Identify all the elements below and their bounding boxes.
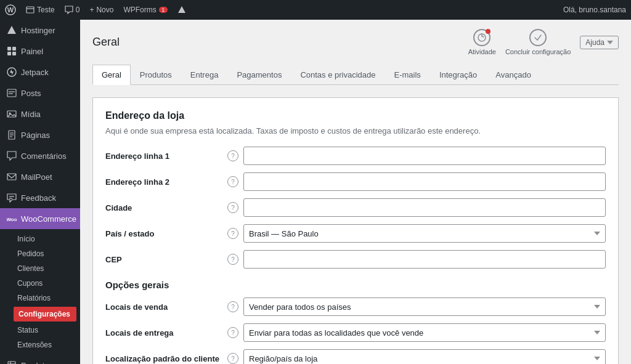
field-hint-cep[interactable]: ?: [227, 254, 238, 265]
settings-tabs: Geral Produtos Entrega Pagamentos Contas…: [92, 65, 619, 85]
svg-rect-8: [7, 52, 11, 55]
field-row-endereco1: Endereço linha 1 ?: [105, 147, 606, 165]
site-name[interactable]: Teste: [21, 0, 60, 20]
tab-contas-privacidade[interactable]: Contas e privacidade: [291, 65, 385, 85]
field-hint-endereco2[interactable]: ?: [227, 176, 238, 187]
field-hint-locais-entrega[interactable]: ?: [227, 327, 238, 338]
media-icon: [6, 108, 17, 119]
svg-marker-34: [607, 41, 613, 44]
concluir-config-icon: [529, 29, 547, 46]
main-wrapper: Geral Atividade Concluir configuração Aj…: [80, 20, 631, 364]
comments-icon: [6, 150, 17, 161]
field-label-cep: CEP: [105, 255, 222, 264]
svg-rect-13: [7, 89, 16, 97]
field-label-cidade: Cidade: [105, 203, 222, 212]
field-input-endereco2[interactable]: [243, 172, 606, 191]
sidebar-sub-status[interactable]: Status: [0, 323, 80, 338]
jetpack-icon: [6, 67, 17, 78]
sidebar-item-mailpoet[interactable]: MailPoet: [0, 166, 80, 187]
field-label-endereco2: Endereço linha 2: [105, 177, 222, 187]
field-row-cidade: Cidade ?: [105, 198, 606, 217]
svg-rect-7: [12, 47, 16, 51]
field-row-cep: CEP ?: [105, 250, 606, 269]
mailpoet-icon: [6, 171, 17, 182]
tab-avancado[interactable]: Avançado: [486, 65, 540, 85]
field-select-pais[interactable]: Brasil — São Paulo: [243, 224, 606, 243]
tab-produtos[interactable]: Produtos: [131, 65, 181, 85]
svg-marker-4: [178, 6, 185, 13]
tab-emails[interactable]: E-mails: [385, 65, 430, 85]
field-select-locais-entrega[interactable]: Enviar para todas as localidades que voc…: [243, 323, 606, 342]
field-hint-endereco1[interactable]: ?: [227, 150, 238, 161]
sidebar-item-hostinger[interactable]: Hostinger: [0, 20, 80, 41]
wp-logo[interactable]: W: [0, 4, 21, 15]
wpforms-menu[interactable]: WPForms 1: [118, 0, 172, 20]
new-content[interactable]: + Novo: [84, 0, 118, 20]
sidebar: Hostinger Painel Jetpack Posts Mídia Pág…: [0, 20, 80, 364]
field-label-locais-entrega: Locais de entrega: [105, 328, 222, 338]
wpforms-badge: 1: [159, 7, 168, 13]
main-content: Geral Atividade Concluir configuração Aj…: [80, 20, 631, 364]
field-label-endereco1: Endereço linha 1: [105, 152, 222, 161]
ajuda-button[interactable]: Ajuda: [580, 36, 619, 49]
comments[interactable]: 0: [60, 0, 85, 20]
sidebar-sub-cupons[interactable]: Cupons: [0, 276, 80, 291]
topbar-actions: Atividade Concluir configuração Ajuda: [468, 29, 619, 55]
field-input-cidade[interactable]: [243, 198, 606, 217]
sidebar-sub-relatorios[interactable]: Relatórios: [0, 291, 80, 305]
settings-panel: Endereço da loja Aqui é onde sua empresa…: [92, 97, 619, 364]
field-label-localizacao-padrao: Localização padrão do cliente: [105, 354, 222, 363]
atividade-action[interactable]: Atividade: [468, 29, 496, 55]
sidebar-item-jetpack[interactable]: Jetpack: [0, 62, 80, 83]
sidebar-sub-configuracoes[interactable]: Configurações: [14, 307, 76, 322]
field-input-cep[interactable]: [243, 250, 606, 269]
field-label-pais: País / estado: [105, 229, 222, 238]
sidebar-sub-clientes[interactable]: Clientes: [0, 261, 80, 276]
tab-entrega[interactable]: Entrega: [181, 65, 228, 85]
svg-rect-9: [12, 52, 16, 55]
svg-text:Woo: Woo: [7, 217, 17, 222]
produtos-icon: [6, 360, 17, 364]
woocommerce-submenu: Início Pedidos Clientes Cupons Relatório…: [0, 229, 80, 355]
user-info: Olá, bruno.santana: [558, 6, 631, 14]
field-input-endereco1[interactable]: [243, 147, 606, 165]
concluir-config-action[interactable]: Concluir configuração: [505, 29, 571, 55]
field-row-locais-venda: Locais de venda ? Vender para todos os p…: [105, 297, 606, 316]
field-row-localizacao-padrao: Localização padrão do cliente ? Região/p…: [105, 349, 606, 364]
svg-marker-11: [10, 69, 12, 73]
sidebar-item-posts[interactable]: Posts: [0, 83, 80, 103]
field-row-endereco2: Endereço linha 2 ?: [105, 172, 606, 191]
field-select-localizacao-padrao[interactable]: Região/país da loja: [243, 349, 606, 364]
user-greeting[interactable]: Olá, bruno.santana: [558, 6, 631, 14]
svg-rect-2: [26, 7, 34, 13]
pages-icon: [6, 129, 17, 140]
sidebar-item-comentarios[interactable]: Comentários: [0, 145, 80, 166]
sidebar-item-feedback[interactable]: Feedback: [0, 187, 80, 208]
field-hint-locais-venda[interactable]: ?: [227, 301, 238, 312]
tab-integracao[interactable]: Integração: [430, 65, 486, 85]
field-row-locais-entrega: Locais de entrega ? Enviar para todas as…: [105, 323, 606, 342]
tab-pagamentos[interactable]: Pagamentos: [227, 65, 291, 85]
endereco-section-title: Endereço da loja: [105, 110, 606, 121]
sidebar-sub-extensoes[interactable]: Extensões: [0, 338, 80, 352]
atividade-icon: [473, 29, 491, 46]
field-hint-pais[interactable]: ?: [227, 228, 238, 239]
field-select-locais-venda[interactable]: Vender para todos os países: [243, 297, 606, 316]
hostinger-icon: [6, 25, 17, 36]
field-hint-cidade[interactable]: ?: [227, 202, 238, 213]
field-row-pais: País / estado ? Brasil — São Paulo: [105, 224, 606, 243]
sidebar-item-paginas[interactable]: Páginas: [0, 124, 80, 145]
sidebar-item-midia[interactable]: Mídia: [0, 103, 80, 124]
sidebar-item-woocommerce[interactable]: Woo WooCommerce: [0, 208, 80, 229]
sidebar-item-produtos[interactable]: Produtos: [0, 355, 80, 364]
woocommerce-icon: Woo: [6, 213, 17, 224]
sidebar-sub-inicio[interactable]: Início: [0, 232, 80, 246]
admin-bar: W Teste 0 + Novo WPForms 1 Olá, bruno.sa…: [0, 0, 631, 20]
tab-geral[interactable]: Geral: [92, 65, 131, 85]
field-label-locais-venda: Locais de venda: [105, 302, 222, 312]
field-hint-localizacao-padrao[interactable]: ?: [227, 353, 238, 364]
hostinger-menu[interactable]: [173, 0, 191, 20]
sidebar-item-painel[interactable]: Painel: [0, 41, 80, 62]
svg-rect-22: [7, 174, 16, 180]
sidebar-sub-pedidos[interactable]: Pedidos: [0, 246, 80, 261]
